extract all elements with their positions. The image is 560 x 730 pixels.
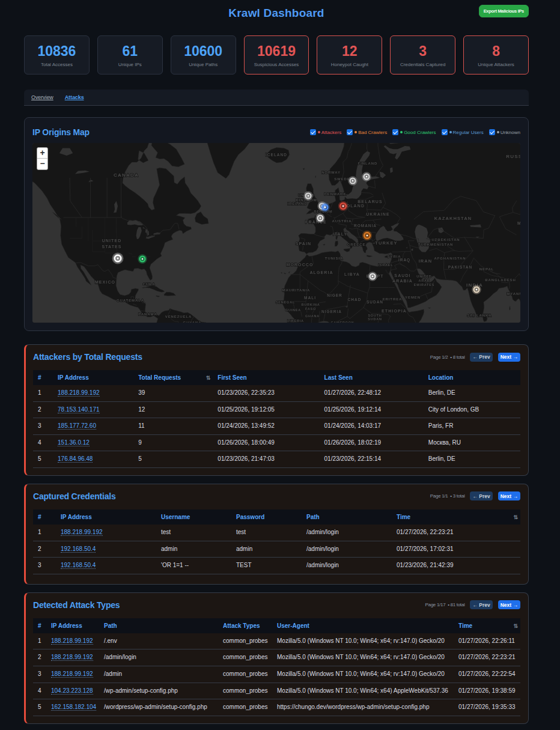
svg-text:UNITED: UNITED [416, 275, 431, 278]
svg-text:MOROCCO: MOROCCO [286, 263, 313, 267]
svg-text:SPAIN: SPAIN [296, 242, 311, 246]
svg-text:ETHIOPIA: ETHIOPIA [382, 309, 407, 313]
svg-text:SRI LANKA: SRI LANKA [467, 314, 492, 317]
svg-text:BELARUS: BELARUS [358, 199, 383, 204]
svg-text:GUATEMALA: GUATEMALA [117, 299, 144, 302]
svg-text:ARAB: ARAB [418, 279, 430, 282]
svg-text:GUYANA: GUYANA [183, 321, 202, 323]
svg-text:TUNISIA: TUNISIA [325, 257, 343, 260]
svg-text:UNITED: UNITED [102, 239, 122, 243]
svg-text:ISRAEL: ISRAEL [379, 263, 394, 267]
svg-text:IRAN: IRAN [419, 258, 433, 264]
svg-text:UZBEKISTAN: UZBEKISTAN [431, 238, 460, 242]
svg-text:BANGLADESH: BANGLADESH [485, 278, 516, 282]
svg-text:DENMARK: DENMARK [324, 192, 347, 196]
svg-text:IRAQ: IRAQ [398, 258, 410, 263]
svg-text:NIGERIA: NIGERIA [321, 309, 342, 314]
svg-text:UKRAINE: UKRAINE [366, 212, 390, 216]
svg-text:PAKISTAN: PAKISTAN [448, 265, 472, 269]
svg-text:CANADA: CANADA [114, 172, 139, 178]
svg-text:GREECE: GREECE [347, 243, 366, 246]
svg-text:ITALY: ITALY [333, 232, 348, 236]
svg-text:ARABIA: ARABIA [392, 279, 413, 283]
svg-text:ICELAND: ICELAND [266, 153, 287, 157]
svg-text:IRELAND: IRELAND [288, 202, 308, 205]
svg-text:SUDAN: SUDAN [368, 317, 382, 321]
svg-text:SAUDI: SAUDI [394, 273, 410, 278]
svg-text:AFGHANISTAN: AFGHANISTAN [434, 257, 466, 260]
svg-text:CHAD: CHAD [348, 297, 362, 302]
svg-text:GHANA: GHANA [305, 314, 320, 318]
svg-text:MAURITANIA: MAURITANIA [282, 288, 311, 292]
svg-text:NEPAL: NEPAL [479, 267, 494, 271]
svg-text:RUSSIA: RUSSIA [506, 154, 520, 159]
svg-text:PANAMA: PANAMA [138, 312, 157, 316]
svg-text:ERITREA: ERITREA [383, 297, 403, 301]
svg-text:ALGERIA: ALGERIA [309, 270, 333, 275]
svg-text:LIBYA: LIBYA [344, 272, 360, 276]
svg-text:MEXICO: MEXICO [95, 280, 115, 284]
svg-text:GUINEA: GUINEA [285, 308, 301, 312]
svg-text:STATES: STATES [102, 245, 121, 249]
svg-text:BURKINA: BURKINA [302, 303, 320, 306]
svg-text:AUSTRIA: AUSTRIA [332, 219, 352, 223]
svg-text:ROMANIA: ROMANIA [354, 224, 377, 228]
svg-text:NORWAY: NORWAY [321, 171, 341, 174]
svg-text:NIGER: NIGER [327, 293, 342, 297]
svg-text:SUDAN: SUDAN [367, 300, 383, 304]
svg-text:SENEGAL: SENEGAL [276, 300, 295, 304]
svg-text:FINLAND: FINLAND [358, 162, 378, 165]
svg-text:TURKEY: TURKEY [375, 240, 397, 246]
svg-text:TURKMENISTAN: TURKMENISTAN [418, 243, 453, 246]
svg-text:KAZAKHSTAN: KAZAKHSTAN [434, 216, 472, 221]
svg-text:MALI: MALI [304, 296, 316, 300]
svg-text:CAMEROON: CAMEROON [330, 321, 354, 323]
svg-text:VENEZUELA: VENEZUELA [165, 315, 192, 318]
svg-text:EMIRATES: EMIRATES [414, 283, 434, 287]
svg-text:LIBERIA: LIBERIA [287, 319, 304, 323]
svg-text:CUBA: CUBA [143, 282, 156, 286]
svg-text:FASO: FASO [305, 307, 316, 311]
svg-text:MYANMAR: MYANMAR [507, 292, 520, 296]
svg-text:MONGOLIA: MONGOLIA [517, 221, 520, 225]
svg-text:YEMEN: YEMEN [405, 296, 421, 299]
